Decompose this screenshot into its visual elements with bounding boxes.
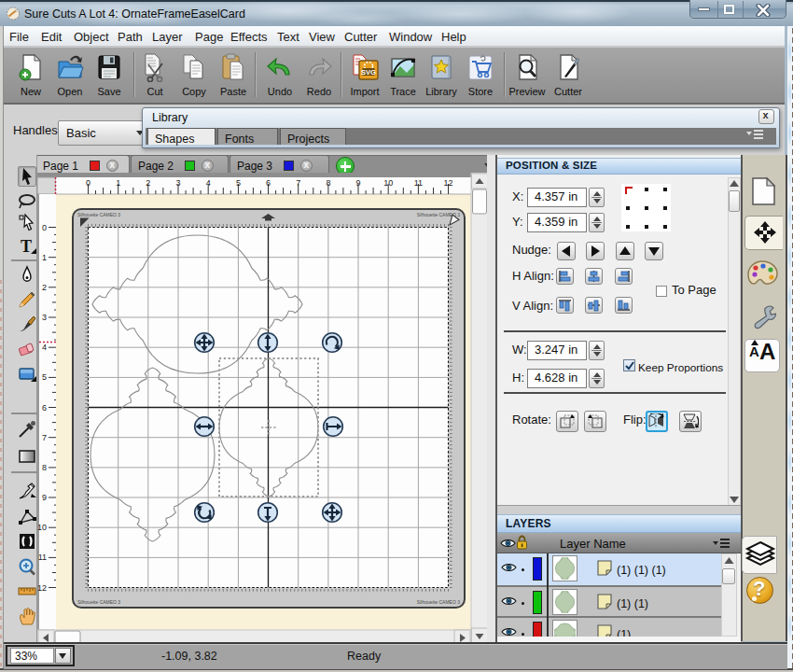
svg-text:3: 3 [42, 313, 47, 322]
svg-text:5: 5 [42, 372, 47, 382]
svg-text:8: 8 [326, 178, 330, 188]
svg-text:11: 11 [38, 553, 47, 562]
svg-text:2: 2 [42, 283, 47, 292]
svg-text:T: T [21, 237, 32, 256]
svg-text:12: 12 [37, 583, 47, 593]
svg-text:Silhouette CAMEO 3: Silhouette CAMEO 3 [77, 212, 120, 217]
svg-text:3: 3 [175, 178, 180, 188]
svg-text:2: 2 [146, 178, 150, 188]
svg-text:4: 4 [206, 178, 211, 188]
svg-text:Silhouette CAMEO 3: Silhouette CAMEO 3 [77, 599, 120, 605]
svg-text:9: 9 [42, 493, 47, 502]
svg-text:Silhouette CAMEO 3: Silhouette CAMEO 3 [417, 599, 460, 605]
svg-text:5: 5 [236, 178, 241, 188]
svg-text:1: 1 [116, 178, 120, 188]
svg-text:4: 4 [42, 343, 47, 352]
svg-text:9: 9 [355, 178, 360, 188]
svg-text:SVG: SVG [361, 68, 376, 77]
svg-text:11: 11 [414, 178, 423, 188]
svg-text:0: 0 [42, 223, 47, 232]
svg-text:7: 7 [42, 433, 47, 442]
svg-text:7: 7 [296, 178, 300, 188]
svg-text:0: 0 [86, 178, 90, 188]
svg-text:8: 8 [42, 463, 47, 472]
svg-text:10: 10 [37, 523, 47, 532]
svg-text:6: 6 [266, 178, 271, 188]
svg-text:1: 1 [42, 253, 47, 262]
svg-text:12: 12 [443, 178, 452, 188]
svg-text:6: 6 [42, 403, 47, 413]
svg-text:10: 10 [383, 178, 393, 188]
